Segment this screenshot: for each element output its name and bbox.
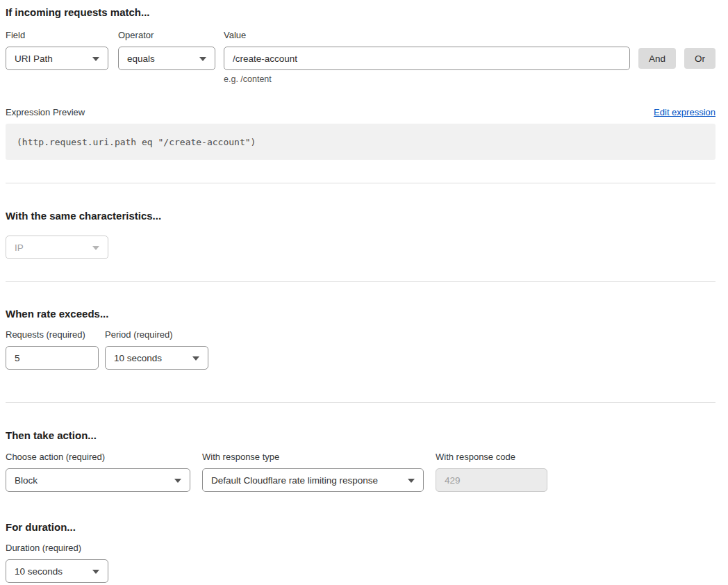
- field-group-requests: Requests (required): [6, 329, 99, 370]
- value-input[interactable]: [224, 47, 630, 70]
- section-divider: [6, 402, 715, 403]
- section-take-action: Then take action... Choose action (requi…: [6, 429, 715, 492]
- chevron-down-icon: [92, 57, 99, 61]
- period-select[interactable]: 10 seconds: [105, 346, 208, 370]
- section-incoming-requests-match: If incoming requests match... Field URI …: [6, 6, 715, 160]
- operator-select-value: equals: [127, 53, 155, 64]
- or-button[interactable]: Or: [684, 48, 715, 69]
- field-group-response-code: With response code: [436, 452, 547, 492]
- section-title-match: If incoming requests match...: [6, 6, 715, 19]
- expression-preview-label: Expression Preview: [6, 107, 85, 117]
- response-type-label: With response type: [202, 452, 424, 463]
- section-rate-exceeds: When rate exceeds... Requests (required)…: [6, 307, 715, 370]
- edit-expression-link[interactable]: Edit expression: [654, 107, 715, 117]
- period-select-value: 10 seconds: [114, 353, 162, 363]
- duration-label: Duration (required): [6, 543, 108, 554]
- chevron-down-icon: [199, 57, 206, 61]
- section-title-duration: For duration...: [6, 520, 715, 534]
- field-group-value: Value e.g. /content: [224, 30, 630, 84]
- chevron-down-icon: [92, 570, 99, 574]
- section-same-characteristics: With the same characteristics... IP: [6, 209, 715, 259]
- response-code-input: [436, 468, 547, 492]
- chevron-down-icon: [174, 479, 181, 483]
- field-group-duration: Duration (required) 10 seconds: [6, 543, 108, 583]
- duration-select-value: 10 seconds: [15, 566, 63, 577]
- requests-label: Requests (required): [6, 329, 99, 340]
- requests-input[interactable]: [6, 346, 99, 370]
- section-for-duration: For duration... Duration (required) 10 s…: [6, 520, 715, 583]
- field-group-field: Field URI Path: [6, 30, 108, 70]
- field-group-period: Period (required) 10 seconds: [105, 329, 208, 370]
- section-divider: [6, 281, 715, 282]
- field-select-value: URI Path: [15, 53, 53, 64]
- field-label: Field: [6, 30, 108, 41]
- and-button[interactable]: And: [638, 48, 676, 69]
- period-label: Period (required): [105, 329, 208, 340]
- duration-select[interactable]: 10 seconds: [6, 559, 108, 583]
- choose-action-select[interactable]: Block: [6, 468, 190, 492]
- field-group-operator: Operator equals: [118, 30, 215, 70]
- field-group-response-type: With response type Default Cloudflare ra…: [202, 452, 424, 492]
- expression-connectors: And Or: [638, 30, 715, 69]
- characteristics-select-value: IP: [15, 242, 24, 253]
- field-select[interactable]: URI Path: [6, 47, 108, 70]
- choose-action-select-value: Block: [15, 475, 38, 486]
- chevron-down-icon: [192, 356, 199, 361]
- choose-action-label: Choose action (required): [6, 452, 190, 463]
- expression-preview-box: (http.request.uri.path eq "/create-accou…: [6, 124, 715, 160]
- response-type-select[interactable]: Default Cloudflare rate limiting respons…: [202, 468, 424, 492]
- section-divider: [6, 183, 715, 183]
- characteristics-select: IP: [6, 236, 108, 259]
- rate-controls-row: Requests (required) Period (required) 10…: [6, 329, 715, 370]
- response-type-select-value: Default Cloudflare rate limiting respons…: [211, 475, 378, 486]
- chevron-down-icon: [408, 479, 415, 483]
- expression-code: (http.request.uri.path eq "/create-accou…: [17, 137, 256, 147]
- chevron-down-icon: [92, 246, 99, 250]
- response-code-label: With response code: [436, 452, 547, 463]
- field-group-choose-action: Choose action (required) Block: [6, 452, 190, 492]
- value-label: Value: [224, 30, 630, 41]
- section-title-action: Then take action...: [6, 429, 715, 442]
- operator-select[interactable]: equals: [118, 47, 215, 70]
- match-controls-row: Field URI Path Operator equals Value e.g…: [6, 30, 715, 84]
- section-title-characteristics: With the same characteristics...: [6, 209, 715, 222]
- action-controls-row: Choose action (required) Block With resp…: [6, 452, 715, 492]
- rate-limiting-rule-form: If incoming requests match... Field URI …: [0, 0, 728, 585]
- operator-label: Operator: [118, 30, 215, 41]
- value-helper-text: e.g. /content: [224, 74, 630, 84]
- section-title-rate: When rate exceeds...: [6, 307, 715, 320]
- expression-preview-header: Expression Preview Edit expression: [6, 107, 715, 117]
